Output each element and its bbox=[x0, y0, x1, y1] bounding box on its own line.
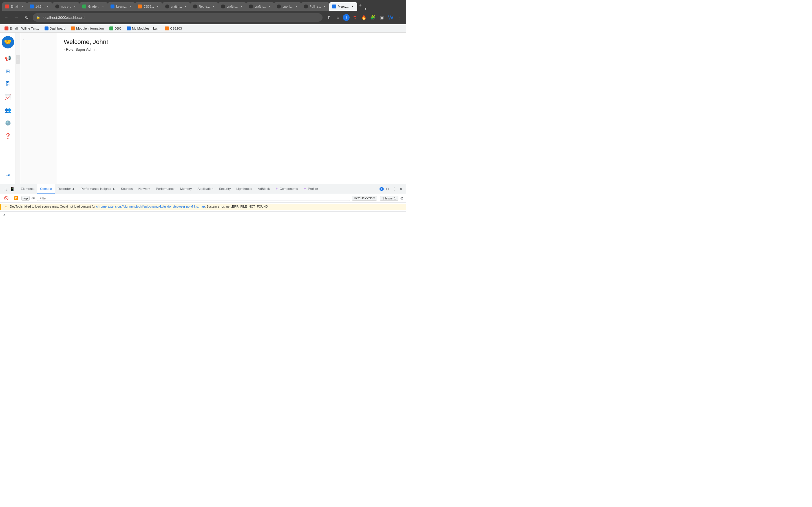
devtools-inspect-button[interactable]: ⬚ bbox=[2, 186, 8, 192]
devtools-settings-button[interactable]: ⚙ bbox=[384, 186, 390, 192]
tab-title-email: Email bbox=[11, 5, 18, 8]
user-avatar[interactable]: 🤝 bbox=[2, 36, 14, 48]
devtools-tab-performance[interactable]: Performance bbox=[153, 184, 177, 194]
url-bar[interactable]: 🔒 localhost:3000/dashboard bbox=[33, 13, 322, 22]
sidebar-icon-help[interactable]: ❓ bbox=[3, 131, 13, 142]
devtools-device-button[interactable]: 📱 bbox=[9, 186, 16, 192]
devtools-tab-lighthouse[interactable]: Lighthouse bbox=[234, 184, 255, 194]
tab-close-pull[interactable]: ✕ bbox=[322, 4, 326, 8]
tab-adblock-label: AdBlock bbox=[258, 187, 269, 190]
tab-close-crafting1[interactable]: ✕ bbox=[184, 4, 188, 8]
bookmark-star-icon[interactable]: ☆ bbox=[334, 13, 342, 21]
collapse-area[interactable]: › bbox=[16, 33, 20, 184]
sidebar-icon-grid[interactable]: ⊞ bbox=[3, 66, 13, 76]
tab-cs32[interactable]: CS32... ✕ bbox=[135, 2, 162, 11]
tab-crafting1[interactable]: craftin... ✕ bbox=[162, 2, 190, 11]
devtools-tab-network[interactable]: Network bbox=[136, 184, 153, 194]
tab-crafting2[interactable]: craftin... ✕ bbox=[218, 2, 246, 11]
bookmark-module-info[interactable]: Module information bbox=[69, 26, 106, 31]
tab-close-learn[interactable]: ✕ bbox=[128, 4, 132, 8]
tab-mercy[interactable]: Mercy... ✕ bbox=[329, 2, 357, 11]
console-default-levels[interactable]: Default levels ▾ bbox=[352, 196, 377, 201]
tab-pull[interactable]: Pull re... ✕ bbox=[301, 2, 329, 11]
console-filter-input[interactable] bbox=[37, 196, 350, 201]
bookmark-label-cs3203: CS3203 bbox=[170, 27, 182, 30]
tab-close-mercy[interactable]: ✕ bbox=[350, 4, 354, 8]
toolbar-icons: ⬆ ☆ J 🛡 🔥 🧩 ▣ W ⋮ bbox=[325, 13, 404, 21]
tab-close-repre[interactable]: ✕ bbox=[211, 4, 215, 8]
role-chevron-icon: › bbox=[64, 48, 65, 51]
tab-learn[interactable]: Learn... ✕ bbox=[108, 2, 135, 11]
console-settings-button[interactable]: ⚙ bbox=[400, 196, 404, 201]
new-tab-button[interactable]: + bbox=[357, 3, 364, 8]
console-eye-button[interactable]: 👁 bbox=[31, 196, 35, 201]
devtools-tab-security[interactable]: Security bbox=[216, 184, 234, 194]
tab-favicon-learn bbox=[110, 4, 114, 8]
secondary-chevron-icon[interactable]: › bbox=[22, 38, 24, 41]
console-issue-badge[interactable]: 1 Issue: 1 bbox=[380, 196, 398, 201]
logout-button[interactable]: ⇥ bbox=[3, 170, 13, 180]
console-link[interactable]: chrome-extension://gighmmpjobklfepjocnam… bbox=[96, 205, 205, 208]
sidebar-icon-database[interactable]: 🗄 bbox=[3, 79, 13, 90]
tab-grade[interactable]: Grade... ✕ bbox=[80, 2, 108, 11]
bookmark-dsc[interactable]: DSC bbox=[107, 26, 123, 31]
share-icon[interactable]: ⬆ bbox=[325, 13, 333, 21]
devtools-tab-profiler[interactable]: ⚛ Profiler bbox=[301, 184, 321, 194]
tab-nus[interactable]: nus-c... ✕ bbox=[52, 2, 80, 11]
tab-145[interactable]: 14.5 – ✕ bbox=[27, 2, 53, 11]
sidebar-icon-group[interactable]: 👥 bbox=[3, 105, 13, 115]
bookmark-mymodules[interactable]: My Modules – Lu... bbox=[124, 26, 161, 31]
sidebar-icon-settings[interactable]: ⚙️ bbox=[3, 118, 13, 128]
puzzle-icon[interactable]: 🧩 bbox=[369, 13, 377, 21]
fire-icon[interactable]: 🔥 bbox=[360, 13, 368, 21]
tab-overflow-button[interactable]: ▾ bbox=[364, 6, 366, 11]
shield-icon[interactable]: 🛡 bbox=[351, 13, 359, 21]
tab-cpp[interactable]: cpp_l... ✕ bbox=[274, 2, 301, 11]
tab-close-crafting3[interactable]: ✕ bbox=[267, 4, 271, 8]
reload-button[interactable]: ↻ bbox=[22, 13, 31, 21]
devtools-tab-recorder[interactable]: Recorder ▲ bbox=[55, 184, 78, 194]
tab-close-crafting2[interactable]: ✕ bbox=[239, 4, 243, 8]
devtools-tab-sources[interactable]: Sources bbox=[118, 184, 136, 194]
role-text: › Role: Super Admin bbox=[64, 47, 399, 52]
bookmark-dashboard[interactable]: Dashboard bbox=[42, 26, 68, 31]
tab-crafting3[interactable]: craftin... ✕ bbox=[246, 2, 274, 11]
menu-icon[interactable]: ⋮ bbox=[396, 13, 404, 21]
profile-icon[interactable]: J bbox=[343, 14, 350, 21]
chevron-right-icon: › bbox=[17, 58, 18, 61]
tab-close-email[interactable]: ✕ bbox=[20, 4, 24, 8]
devtools-tab-console[interactable]: Console bbox=[37, 184, 55, 194]
tab-close-145[interactable]: ✕ bbox=[46, 4, 50, 8]
tab-components-label: Components bbox=[280, 187, 298, 190]
collapse-button[interactable]: › bbox=[16, 55, 20, 64]
clear-console-button[interactable]: 🚫 bbox=[2, 195, 10, 201]
devtools-content: ⚠ DevTools failed to load source map: Co… bbox=[0, 203, 406, 253]
console-context-selector[interactable]: top bbox=[21, 196, 30, 201]
devtools-tab-memory[interactable]: Memory bbox=[177, 184, 195, 194]
devtools-close-button[interactable]: ✕ bbox=[398, 186, 404, 192]
devtools-more-button[interactable]: ⋮ bbox=[391, 186, 398, 192]
console-input[interactable] bbox=[7, 213, 403, 217]
sidebar-icon-megaphone[interactable]: 📢 bbox=[3, 53, 13, 64]
devtools-badge[interactable]: 1 bbox=[379, 187, 384, 191]
devtools-tab-elements[interactable]: Elements bbox=[18, 184, 37, 194]
bookmark-cs3203[interactable]: CS3203 bbox=[163, 26, 184, 31]
user-profile-icon[interactable]: W bbox=[387, 13, 395, 21]
devtools-tab-performance-insights[interactable]: Performance insights ▲ bbox=[78, 184, 118, 194]
tab-close-cpp[interactable]: ✕ bbox=[294, 4, 298, 8]
forward-button[interactable]: → bbox=[12, 13, 20, 21]
tab-repre[interactable]: Repre... ✕ bbox=[190, 2, 218, 11]
sidebar-icon-trending[interactable]: 📈 bbox=[3, 92, 13, 103]
devtools-tab-components[interactable]: ⚛ Components bbox=[273, 184, 301, 194]
devtools-tab-adblock[interactable]: AdBlock bbox=[255, 184, 272, 194]
devtools-tab-application[interactable]: Application bbox=[195, 184, 216, 194]
tab-close-grade[interactable]: ✕ bbox=[101, 4, 105, 8]
tab-email[interactable]: Email ✕ bbox=[2, 2, 27, 11]
tab-close-cs32[interactable]: ✕ bbox=[156, 4, 160, 8]
tab-application-label: Application bbox=[197, 187, 213, 190]
sidebar-toggle-icon[interactable]: ▣ bbox=[378, 13, 386, 21]
bookmark-email[interactable]: Email – Wiline Tan... bbox=[2, 26, 41, 31]
back-button[interactable]: ← bbox=[2, 13, 10, 21]
tab-close-nus[interactable]: ✕ bbox=[73, 4, 77, 8]
console-filter-button[interactable]: 🔽 bbox=[12, 195, 20, 201]
